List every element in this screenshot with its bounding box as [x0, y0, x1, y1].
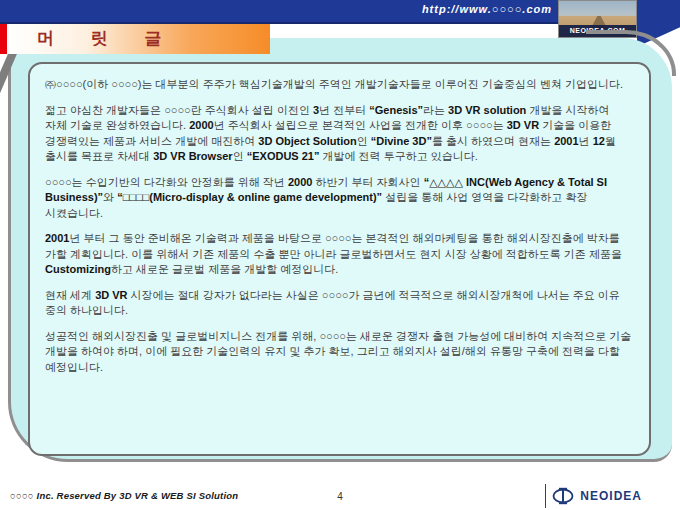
website-url: http://www.○○○○.com: [422, 3, 552, 15]
title-box: 머 릿 글: [7, 24, 270, 54]
neoidea-logo-icon: [551, 487, 575, 505]
paragraph: ○○○○는 수입기반의 다각화와 안정화를 위해 작년 2000 하반기 부터 …: [45, 175, 634, 222]
paragraph: 젊고 야심찬 개발자들은 ○○○○란 주식회사 설립 이전인 3년 전부터 “G…: [45, 103, 634, 165]
body-text-box: ㈜○○○○(이하 ○○○○)는 대부분의 주주가 핵심기술개발의 주역인 개발기…: [28, 62, 651, 456]
footer: ○○○○ Inc. Reserved By 3D VR & WEB SI Sol…: [0, 482, 680, 510]
logo-separator-line: [545, 484, 546, 508]
paragraph: 2001년 부터 그 동안 준비해온 기술력과 제품을 바탕으로 ○○○○는 본…: [45, 231, 634, 278]
paragraph: 현재 세계 3D VR 시장에는 절대 강자가 없다라는 사실은 ○○○○가 금…: [45, 288, 634, 319]
paragraph: 성공적인 해외시장진출 및 글로벌비지니스 전개를 위해, ○○○○는 새로운 …: [45, 329, 634, 376]
paragraph: ㈜○○○○(이하 ○○○○)는 대부분의 주주가 핵심기술개발의 주역인 개발기…: [45, 77, 634, 93]
red-stripe-decoration: [0, 24, 7, 54]
neoidea-logo: NEOIDEA: [545, 484, 642, 508]
page-title: 머 릿 글: [7, 24, 270, 54]
logo-text: NEOIDEA: [580, 489, 642, 503]
presentation-slide: http://www.○○○○.com NEOIDEA.COM 머 릿 글 ㈜○…: [0, 0, 680, 510]
